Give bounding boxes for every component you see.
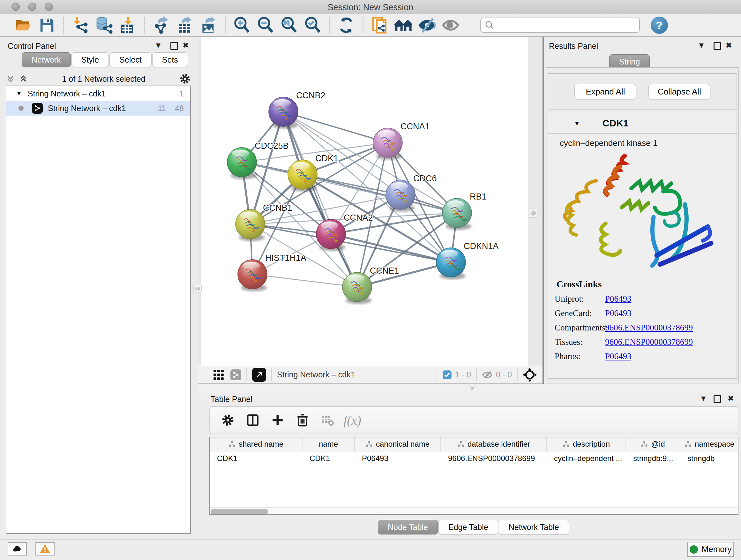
tab-select[interactable]: Select <box>110 52 151 67</box>
column-header[interactable]: name <box>302 437 355 451</box>
network-view-type-icon[interactable] <box>230 369 241 380</box>
section-collapse-icon[interactable]: ▼ <box>574 120 580 127</box>
control-panel-close-icon[interactable]: ✖ <box>183 41 189 50</box>
column-header[interactable]: namespace <box>680 437 738 451</box>
table-cell[interactable]: stringdb:9... <box>626 451 680 465</box>
left-splitter-handle[interactable] <box>193 285 202 293</box>
collapse-all-button[interactable]: Collapse All <box>649 84 711 99</box>
svg-text:CDC25B: CDC25B <box>255 141 289 151</box>
import-network-file-icon[interactable] <box>71 16 90 35</box>
table-panel-menu-icon3[interactable]: ▼ <box>699 394 707 403</box>
crosslink-link[interactable]: 9606.ENSP00000378699 <box>605 323 693 333</box>
first-neighbors-icon[interactable] <box>394 16 413 35</box>
gene-section-header[interactable]: ▼ CDK1 <box>548 113 737 134</box>
tab-edge-table[interactable]: Edge Table <box>439 520 498 535</box>
import-network-database-icon[interactable] <box>94 16 114 35</box>
table-row[interactable]: CDK1CDK1P064939606.ENSP00000378699cyclin… <box>210 451 738 465</box>
table-cell[interactable]: 9606.ENSP00000378699 <box>441 451 547 465</box>
results-panel-float-icon[interactable] <box>714 42 721 50</box>
expand-all-button[interactable]: Expand All <box>575 84 636 99</box>
string-results-container: Expand All Collapse All ▼ CDK1 cyclin–de… <box>546 67 739 383</box>
node-CDK1: CDK1 <box>288 153 338 192</box>
tab-string[interactable]: String <box>609 54 650 69</box>
function-builder-icon[interactable]: f(x) <box>342 410 362 430</box>
table-horizontal-scrollbar[interactable] <box>210 507 738 515</box>
results-panel-menu-icon[interactable]: ▼ <box>697 41 705 50</box>
tab-sets[interactable]: Sets <box>152 52 188 67</box>
horizontal-splitter-handle[interactable] <box>468 385 476 391</box>
export-table-icon[interactable] <box>175 16 194 35</box>
warnings-button[interactable] <box>36 542 55 556</box>
collapse-all-icon[interactable] <box>18 74 28 84</box>
column-type-icon <box>228 441 235 448</box>
crosslink-link[interactable]: P06493 <box>605 294 631 304</box>
column-header[interactable]: database identifier <box>441 437 547 451</box>
delete-table-icon[interactable] <box>317 410 338 430</box>
add-column-icon[interactable] <box>267 410 288 430</box>
table-panel-close-icon[interactable]: ✖ <box>728 394 734 403</box>
gene-name: CDK1 <box>603 118 629 129</box>
crosslink-link[interactable]: 9606.ENSP00000378699 <box>605 337 693 347</box>
table-panel: Table Panel ▼ ✖ f(x) sh <box>198 393 741 539</box>
tab-style[interactable]: Style <box>71 52 109 67</box>
table-cell[interactable]: cyclin–dependent ... <box>547 451 626 465</box>
delete-column-trash-icon[interactable] <box>292 410 313 430</box>
right-splitter-handle[interactable] <box>529 208 537 218</box>
pan-crosshair-icon[interactable] <box>523 368 537 382</box>
nav-separator <box>476 368 477 381</box>
table-cell[interactable]: P06493 <box>355 451 441 465</box>
crosslink-link[interactable]: P06493 <box>605 352 631 361</box>
table-toolbar: f(x) <box>209 406 738 434</box>
table-cell[interactable]: stringdb <box>680 451 738 465</box>
table-settings-gear-icon[interactable] <box>218 410 238 430</box>
show-columns-icon[interactable] <box>243 410 263 430</box>
open-session-icon[interactable] <box>14 16 33 35</box>
tab-network-table[interactable]: Network Table <box>499 520 569 535</box>
column-type-icon <box>641 441 648 448</box>
column-header[interactable]: description <box>547 437 626 451</box>
control-panel-menu-icon[interactable]: ▼ <box>154 41 162 50</box>
crosslink-link[interactable]: P06493 <box>605 308 631 318</box>
table-cell[interactable]: CDK1 <box>210 451 302 465</box>
save-session-icon[interactable] <box>37 16 57 35</box>
selected-checkbox-icon[interactable] <box>442 370 452 380</box>
table-panel-float-icon[interactable] <box>714 395 721 403</box>
crosslink-label: Compartments: <box>555 323 605 333</box>
collection-expander-icon[interactable]: ▼ <box>16 90 22 97</box>
zoom-out-icon[interactable] <box>256 16 275 35</box>
search-field[interactable] <box>494 21 628 30</box>
new-network-from-selection-icon[interactable] <box>370 16 389 35</box>
network-options-gear-icon[interactable] <box>179 73 191 84</box>
tab-network[interactable]: Network <box>22 52 71 67</box>
zoom-in-icon[interactable] <box>232 16 252 35</box>
hidden-eye-icon[interactable] <box>482 369 493 380</box>
network-canvas[interactable]: CCNB2 CCNA1 CDC25B CDK1 CDC6 <box>201 37 528 366</box>
memory-button[interactable]: Memory <box>687 542 734 557</box>
column-header[interactable]: shared name <box>210 437 302 451</box>
grid-view-icon[interactable] <box>212 369 225 381</box>
table-cell[interactable]: CDK1 <box>302 451 355 465</box>
column-header[interactable]: canonical name <box>355 437 441 451</box>
help-button[interactable]: ? <box>651 17 668 34</box>
export-image-icon[interactable] <box>199 16 218 35</box>
network-graph[interactable]: CCNB2 CCNA1 CDC25B CDK1 CDC6 <box>201 37 528 366</box>
birds-eye-view-icon[interactable] <box>252 368 266 382</box>
refresh-view-icon[interactable] <box>337 16 356 35</box>
column-header[interactable]: @id <box>626 437 680 451</box>
expand-all-icon[interactable] <box>6 74 15 84</box>
horizontal-splitter[interactable] <box>198 384 741 393</box>
hide-selected-icon[interactable] <box>417 16 436 35</box>
scrollbar-thumb[interactable] <box>211 509 268 515</box>
network-row-selected[interactable]: String Network – cdk1 11 48 <box>6 101 190 116</box>
export-network-icon[interactable] <box>151 16 171 35</box>
tab-node-table[interactable]: Node Table <box>378 520 438 535</box>
cloud-button[interactable] <box>8 542 27 556</box>
search-input[interactable] <box>480 17 640 33</box>
network-collection-row[interactable]: ▼ String Network – cdk1 1 <box>6 86 190 101</box>
import-table-file-icon[interactable] <box>118 16 137 35</box>
control-panel-float-icon[interactable] <box>171 42 178 50</box>
results-panel-close-icon[interactable]: ✖ <box>726 41 732 50</box>
show-all-icon[interactable] <box>441 16 460 35</box>
zoom-fit-icon[interactable] <box>280 16 299 35</box>
zoom-selected-icon[interactable] <box>303 16 322 35</box>
